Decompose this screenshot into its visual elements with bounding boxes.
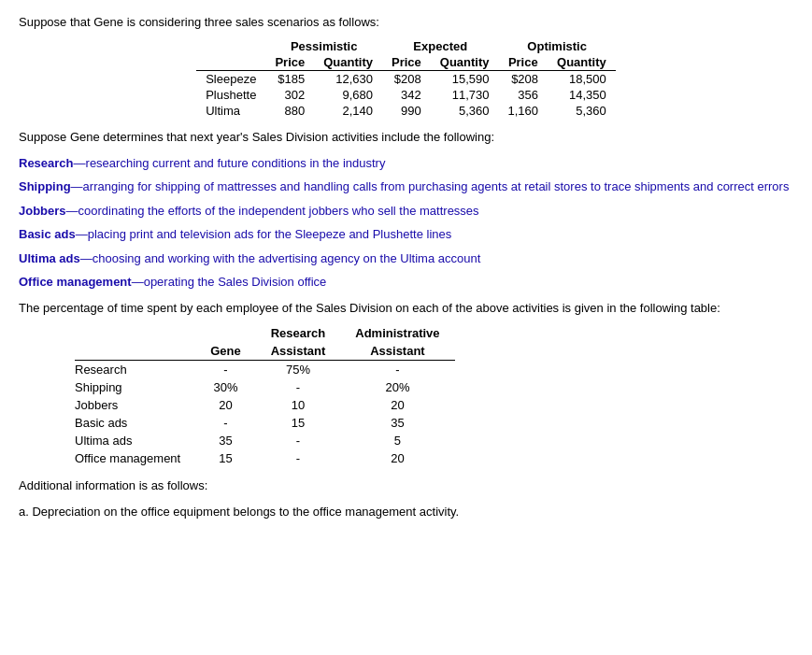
pct-gene: -	[195, 361, 256, 379]
exp-price: 990	[382, 103, 431, 119]
opt-price: 1,160	[499, 103, 548, 119]
product-name: Ultima	[196, 103, 265, 119]
pct-table-row: Jobbers 20 10 20	[75, 396, 455, 414]
pct-table-row: Shipping 30% - 20%	[75, 378, 455, 396]
activity-item: Research—researching current and future …	[19, 154, 793, 173]
exp-price: 342	[382, 87, 431, 103]
pct-gene: 30%	[195, 378, 256, 396]
product-name: Plushette	[196, 87, 265, 103]
opt-qty: 14,350	[548, 87, 616, 103]
exp-qty: 15,590	[431, 71, 499, 88]
product-name: Sleepeze	[196, 71, 265, 88]
expected-header: Expected	[382, 38, 499, 54]
pct-activity: Shipping	[75, 378, 195, 396]
optimistic-header: Optimistic	[499, 38, 616, 54]
opt-qty: 5,360	[548, 103, 616, 119]
pct-research-asst: -	[256, 432, 341, 449]
table-row: Sleepeze $185 12,630 $208 15,590 $208 18…	[196, 71, 616, 88]
pct-table-row: Basic ads - 15 35	[75, 414, 455, 432]
activity-item: Ultima ads—choosing and working with the…	[19, 249, 793, 268]
pess-qty-subheader: Quantity	[314, 54, 382, 71]
pct-research-asst: 10	[256, 396, 341, 414]
opt-price: $208	[499, 71, 548, 88]
exp-price: $208	[382, 71, 431, 88]
pct-table-row: Research - 75% -	[75, 361, 455, 379]
pct-admin-top: Administrative	[340, 324, 454, 342]
sales-table: Pessimistic Expected Optimistic Price Qu…	[196, 38, 616, 119]
pct-activity-sub	[75, 342, 195, 361]
pess-price: $185	[265, 71, 314, 88]
pct-research-asst: -	[256, 378, 341, 396]
pct-gene-sub: Gene	[195, 342, 256, 361]
pct-research-asst-sub: Assistant	[256, 342, 341, 361]
pct-activity: Office management	[75, 449, 195, 467]
pess-qty: 9,680	[314, 87, 382, 103]
empty-header	[196, 38, 265, 54]
activity-item: Office management—operating the Sales Di…	[19, 273, 793, 292]
pct-admin-asst: 20%	[340, 378, 454, 396]
pct-gene: 35	[195, 432, 256, 449]
pessimistic-header: Pessimistic	[265, 38, 382, 54]
exp-qty: 5,360	[431, 103, 499, 119]
pct-admin-asst: 35	[340, 414, 454, 432]
pct-activity: Research	[75, 361, 195, 379]
pct-table-row: Office management 15 - 20	[75, 449, 455, 467]
pess-price: 880	[265, 103, 314, 119]
table-row: Plushette 302 9,680 342 11,730 356 14,35…	[196, 87, 616, 103]
additional-text: Additional information is as follows:	[19, 477, 793, 495]
pct-header-sub: Gene Assistant Assistant	[75, 342, 455, 361]
opt-price-subheader: Price	[499, 54, 548, 71]
pct-gene: -	[195, 414, 256, 432]
pct-research-asst: 75%	[256, 361, 341, 379]
table-header-row: Pessimistic Expected Optimistic	[196, 38, 616, 54]
pess-qty: 2,140	[314, 103, 382, 119]
pct-research-top: Research	[256, 324, 341, 342]
pct-admin-asst: 5	[340, 432, 454, 449]
pct-admin-asst: -	[340, 361, 454, 379]
activity-item: Jobbers—coordinating the efforts of the …	[19, 202, 793, 221]
pct-research-asst: 15	[256, 414, 341, 432]
pct-admin-asst-sub: Assistant	[340, 342, 454, 361]
pct-activity: Jobbers	[75, 396, 195, 414]
pct-gene: 15	[195, 449, 256, 467]
pess-price: 302	[265, 87, 314, 103]
section1-text: Suppose Gene determines that next year's…	[19, 128, 793, 147]
pess-qty: 12,630	[314, 71, 382, 88]
name-subheader	[196, 54, 265, 71]
activities-container: Research—researching current and future …	[19, 154, 793, 292]
pct-empty-top	[75, 324, 195, 342]
note-a-text: a. Depreciation on the office equipment …	[19, 503, 793, 521]
exp-qty-subheader: Quantity	[431, 54, 499, 71]
opt-qty-subheader: Quantity	[548, 54, 616, 71]
pct-admin-asst: 20	[340, 449, 454, 467]
activity-item: Shipping—arranging for shipping of mattr…	[19, 178, 793, 196]
opt-price: 356	[499, 87, 548, 103]
pct-header-top: Research Administrative	[75, 324, 455, 342]
pct-gene: 20	[195, 396, 256, 414]
opt-qty: 18,500	[548, 71, 616, 88]
pct-table-row: Ultima ads 35 - 5	[75, 432, 455, 449]
pct-activity: Basic ads	[75, 414, 195, 432]
table-row: Ultima 880 2,140 990 5,360 1,160 5,360	[196, 103, 616, 119]
table-subheader-row: Price Quantity Price Quantity Price Quan…	[196, 54, 616, 71]
pess-price-subheader: Price	[265, 54, 314, 71]
pct-activity: Ultima ads	[75, 432, 195, 449]
intro-text: Suppose that Gene is considering three s…	[19, 15, 793, 29]
exp-qty: 11,730	[431, 87, 499, 103]
activity-item: Basic ads—placing print and television a…	[19, 225, 793, 244]
pct-research-asst: -	[256, 449, 341, 467]
section2-text: The percentage of time spent by each emp…	[19, 299, 793, 318]
pct-admin-asst: 20	[340, 396, 454, 414]
pct-table: Research Administrative Gene Assistant A…	[75, 324, 455, 467]
exp-price-subheader: Price	[382, 54, 431, 71]
pct-gene-top	[195, 324, 256, 342]
